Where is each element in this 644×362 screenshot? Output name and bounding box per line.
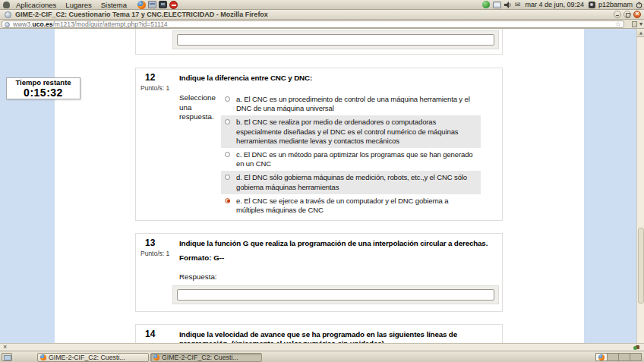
user-avatar-icon[interactable] xyxy=(589,2,595,8)
workspace-1[interactable] xyxy=(595,353,608,361)
blocked-launcher-icon[interactable] xyxy=(169,1,178,9)
question-points: Punto/s: 1 xyxy=(140,84,169,92)
firefox-urlbar: www3.uco.es/m1213/mod/quiz/attempt.php?i… xyxy=(0,20,644,29)
url-domain: uco.es xyxy=(33,20,53,28)
answer-option-d[interactable]: d. El DNC sólo gobierna máquinas de medi… xyxy=(221,171,481,194)
url-path: /m1213/mod/quiz/attempt.php?id=51114 xyxy=(52,20,167,28)
menu-sistema[interactable]: Sistema xyxy=(96,0,131,10)
system-tray: ✉ mar 4 de jun, 09:24 p12bamam xyxy=(482,1,644,8)
gnome-menu-icon xyxy=(3,2,10,8)
radio-unchecked-icon[interactable] xyxy=(225,152,230,157)
page-left-margin xyxy=(0,29,55,343)
firefox-titlebar[interactable]: GIME-2-CIF_C2: Cuestionario Tema 17 y CN… xyxy=(0,10,644,20)
question-13-box: 13 Punto/s: 1 Indique la función G que r… xyxy=(135,233,503,312)
option-text: d. El DNC sólo gobierna máquinas de medi… xyxy=(236,173,467,190)
answer-options: a. El CNC es un procedimeinto de control… xyxy=(221,93,481,217)
answer-label: Respuesta: xyxy=(179,272,217,281)
url-subdomain: www3. xyxy=(13,20,33,28)
answer-option-a[interactable]: a. El CNC es un procedimeinto de control… xyxy=(221,93,481,115)
firefox-icon xyxy=(598,354,605,360)
question-text: Indique la función G que realiza la prog… xyxy=(179,239,488,248)
window-controls xyxy=(614,11,644,18)
answer-option-b[interactable]: b. El CNC se realiza por medio de ordena… xyxy=(221,115,481,148)
answer-band xyxy=(172,30,499,49)
filemanager-launcher-icon[interactable] xyxy=(148,1,156,8)
radio-checked-icon[interactable] xyxy=(225,198,230,203)
vertical-scrollbar[interactable]: ▲ xyxy=(636,29,644,343)
option-text: c. El DNC es un método para optimizar lo… xyxy=(236,150,472,168)
workspace-4[interactable] xyxy=(630,353,642,361)
workspace-2[interactable] xyxy=(607,353,619,361)
workspace-switcher xyxy=(596,353,642,361)
minimize-button[interactable] xyxy=(614,11,621,18)
question-points: Punto/s: 1 xyxy=(140,250,169,257)
bottom-taskbar: GIME-2-CIF_C2: Cuesti... GIME-2-CIF_C2: … xyxy=(0,351,644,362)
terminal-launcher-icon[interactable] xyxy=(159,1,167,8)
answer-band xyxy=(172,285,499,304)
history-dropdown-icon[interactable]: ▾ xyxy=(639,20,642,28)
menu-aplicaciones[interactable]: Aplicaciones xyxy=(11,0,61,10)
urlbar-right-controls: ▾ xyxy=(632,20,642,28)
window-icon xyxy=(5,11,11,18)
find-bar: × xyxy=(0,343,644,351)
answer-option-e[interactable]: e. El CNC se ejerce a través de un compu… xyxy=(221,194,481,217)
question-11-box xyxy=(135,29,503,55)
firefox-launcher-icon[interactable] xyxy=(137,1,146,9)
question-number: 12 xyxy=(145,72,155,83)
firefox-icon xyxy=(153,354,159,360)
question-12-box: 12 Punto/s: 1 Indique la diferencia entr… xyxy=(135,68,503,221)
page-right-margin xyxy=(584,29,636,343)
option-text: e. El CNC se ejerce a través de un compu… xyxy=(236,197,448,214)
task-button-1[interactable]: GIME-2-CIF_C2: Cuesti... xyxy=(37,353,149,362)
question-14-box: 14 Indique la velocidad de avance que se… xyxy=(135,324,503,343)
page-viewport: Tiempo restante 0:15:32 12 Punto/s: 1 In… xyxy=(0,29,636,343)
firefox-icon xyxy=(40,354,46,360)
scrollbar-thumb[interactable] xyxy=(638,228,644,304)
feed-icon[interactable] xyxy=(632,21,637,27)
site-identity-icon[interactable] xyxy=(5,22,10,27)
radio-unchecked-icon[interactable] xyxy=(225,96,230,102)
task-button-label: GIME-2-CIF_C2: Cuesti... xyxy=(162,354,238,361)
scroll-up-arrow-icon[interactable]: ▲ xyxy=(637,29,644,37)
findbar-close-icon[interactable]: × xyxy=(3,344,7,351)
task-button-label: GIME-2-CIF_C2: Cuesti... xyxy=(49,354,125,361)
desktop: Aplicaciones Lugares Sistema ✉ mar 4 de … xyxy=(0,0,644,362)
update-notifier-icon[interactable] xyxy=(482,1,490,8)
url-text: www3.uco.es/m1213/mod/quiz/attempt.php?i… xyxy=(13,20,615,28)
timer-value: 0:15:32 xyxy=(7,87,80,99)
network-monitor-icon[interactable] xyxy=(493,2,501,8)
volume-icon[interactable] xyxy=(504,2,512,8)
question-prompt: Seleccione una respuesta. xyxy=(179,93,221,122)
show-desktop-button[interactable] xyxy=(2,353,12,361)
option-text: b. El CNC se realiza por medio de ordena… xyxy=(236,118,458,144)
question-text: Indique la diferencia entre CNC y DNC: xyxy=(179,74,312,83)
q11-answer-input[interactable] xyxy=(177,34,494,46)
close-button[interactable] xyxy=(633,11,641,18)
radio-unchecked-icon[interactable] xyxy=(225,175,230,180)
radio-unchecked-icon[interactable] xyxy=(225,119,230,124)
address-input[interactable]: www3.uco.es/m1213/mod/quiz/attempt.php?i… xyxy=(2,20,624,28)
answer-option-c[interactable]: c. El DNC es un método para optimizar lo… xyxy=(221,148,481,171)
mail-icon[interactable]: ✉ xyxy=(515,2,521,8)
panel-launchers xyxy=(137,1,178,9)
panel-username[interactable]: p12bamam xyxy=(598,1,633,8)
gnome-top-panel: Aplicaciones Lugares Sistema ✉ mar 4 de … xyxy=(0,0,644,10)
statusbar-addon-icon[interactable] xyxy=(633,345,639,351)
option-text: a. El CNC es un procedimeinto de control… xyxy=(236,95,470,112)
question-number: 14 xyxy=(145,329,155,339)
maximize-button[interactable] xyxy=(623,11,631,18)
quiz-timer: Tiempo restante 0:15:32 xyxy=(6,77,80,99)
window-title: GIME-2-CIF_C2: Cuestionario Tema 17 y CN… xyxy=(15,11,268,18)
menu-lugares[interactable]: Lugares xyxy=(61,0,96,10)
power-icon[interactable] xyxy=(636,2,642,8)
bookmark-star-icon[interactable]: ☆ xyxy=(615,21,623,28)
question-text: Indique la velocidad de avance que se ha… xyxy=(179,330,477,343)
panel-clock[interactable]: mar 4 de jun, 09:24 xyxy=(523,1,586,8)
task-button-2[interactable]: GIME-2-CIF_C2: Cuesti... xyxy=(150,353,262,362)
answer-format: Formato: G-- xyxy=(179,253,224,262)
q13-answer-input[interactable] xyxy=(177,289,494,301)
question-number: 13 xyxy=(145,238,155,248)
workspace-3[interactable] xyxy=(618,353,630,361)
